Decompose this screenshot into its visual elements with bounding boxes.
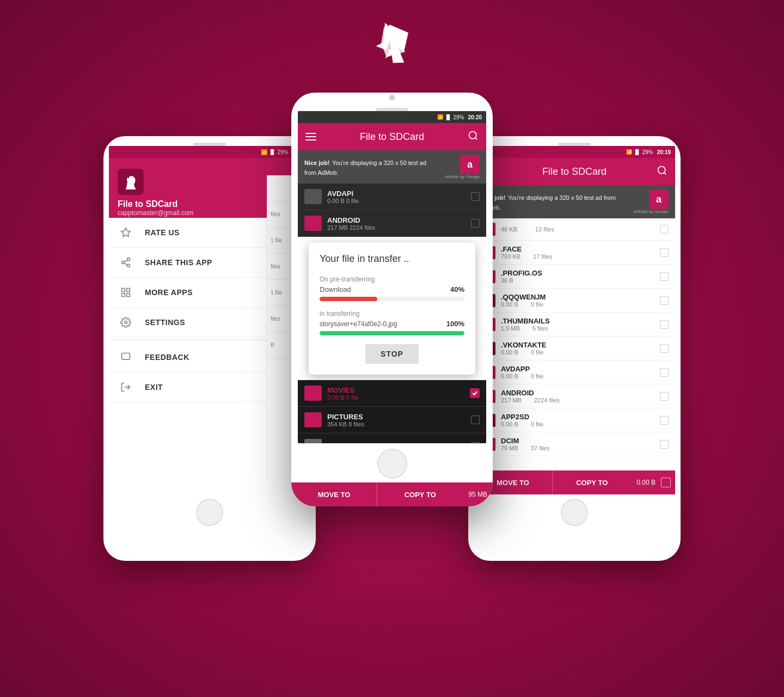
phone-camera-center — [389, 95, 395, 100]
file-item-vkontakte[interactable]: .VKONTAKTE 0.00 B 0 file — [474, 337, 675, 360]
copy-to-btn-right[interactable]: COPY TO — [553, 470, 631, 494]
file-info-avdapp: AVDAPP 0.00 B 0 file — [501, 365, 654, 380]
file-name-app2sd: APP2SD — [501, 413, 654, 421]
checkbox-profig[interactable] — [660, 272, 669, 281]
checkbox-app2sd[interactable] — [660, 416, 669, 425]
time-center: 20:20 — [468, 114, 482, 120]
file-item-0[interactable]: 48 KB 12 files — [474, 218, 675, 241]
bg-file-meta-android: 217 MB 2224 files — [327, 224, 465, 231]
playlists-checkbox — [471, 442, 480, 443]
file-item-app2sd[interactable]: APP2SD 0.00 B 0 file — [474, 408, 675, 432]
file-meta-dcim: 79 MB 37 files — [501, 445, 654, 451]
svg-line-19 — [664, 173, 666, 175]
home-button-right[interactable] — [561, 499, 588, 526]
bg-file-list-center: AVDAPI 0.00 B 0 file ANDROID 217 MB 2224… — [298, 184, 486, 237]
file-meta-profig: 36 B — [501, 277, 654, 284]
phones-wrapper: 📶 ▐▌ 29% 20:19 File to SDCard capptomast… — [93, 93, 691, 637]
playlists-name: PLAYLISTS — [327, 443, 465, 444]
movies-meta: 0.00 B 0 file — [327, 394, 464, 401]
file-item-avdapp[interactable]: AVDAPP 0.00 B 0 file — [474, 360, 675, 384]
file-size-0: 48 KB 12 files — [501, 226, 654, 233]
phone-left: 📶 ▐▌ 29% 20:19 File to SDCard capptomast… — [103, 136, 316, 561]
checkbox-face[interactable] — [660, 248, 669, 257]
file-item-face[interactable]: .FACE 793 KB 17 files — [474, 241, 675, 265]
stop-button[interactable]: STOP — [365, 344, 419, 364]
transfer-dialog: Your file in transfer .. On pre-transfer… — [309, 242, 475, 375]
wifi-icon-left: 📶 — [261, 149, 267, 155]
settings-label: SETTINGS — [145, 318, 185, 327]
file-item-profig[interactable]: .PROFIG.OS 36 B — [474, 265, 675, 289]
file-row: storysaver+e74af0e2-0.jpg 100% — [320, 320, 464, 328]
file-name-qqq: .QQQWENJM — [501, 293, 654, 301]
download-percent: 40% — [450, 285, 464, 294]
file-name-avdapp: AVDAPP — [501, 365, 654, 373]
file-info-android-right: ANDROID 217 MB 2224 files — [501, 389, 654, 403]
file-name-profig: .PROFIG.OS — [501, 269, 654, 277]
download-progress-fill — [320, 297, 377, 301]
file-item-thumbnails[interactable]: .THUMBNAILS 1.9 MB 5 files — [474, 313, 675, 337]
admob-center: Nice job! You're displaying a 320 x 50 t… — [298, 150, 486, 184]
file-name-thumbnails: .THUMBNAILS — [501, 317, 654, 325]
file-info-0: 48 KB 12 files — [501, 226, 654, 233]
screen-left: 📶 ▐▌ 29% 20:19 File to SDCard capptomast… — [109, 146, 310, 494]
bottom-checkbox-right[interactable] — [661, 478, 671, 487]
status-bar-left: 📶 ▐▌ 29% 20:19 — [109, 146, 310, 158]
pictures-meta: 354 KB 8 files — [327, 421, 465, 427]
checkbox-qqq[interactable] — [660, 296, 669, 305]
in-transfer-label: in transferring — [320, 310, 464, 317]
gear-icon — [120, 316, 132, 328]
search-icon-right[interactable] — [657, 165, 667, 178]
bottom-bar-right: MOVE TO COPY TO 0.00 B — [474, 470, 675, 494]
folder-pictures — [304, 412, 322, 427]
svg-marker-1 — [121, 228, 131, 237]
bg-file-info-avdapi: AVDAPI 0.00 B 0 file — [327, 189, 465, 204]
svg-rect-10 — [127, 294, 130, 297]
checkbox-avdapp[interactable] — [660, 368, 669, 377]
drawer-app-icon — [118, 169, 144, 195]
bg-checkbox-avdapi — [471, 192, 480, 201]
movies-name: MOVIES — [327, 386, 464, 394]
file-meta-qqq: 0.00 B 0 file — [501, 301, 654, 308]
file-meta-thumbnails: 1.9 MB 5 files — [501, 325, 654, 332]
playlists-info: PLAYLISTS — [327, 443, 465, 444]
home-button-left[interactable] — [196, 499, 223, 526]
checkbox-0[interactable] — [660, 225, 669, 234]
file-info-qqq: .QQQWENJM 0.00 B 0 file — [501, 293, 654, 308]
file-movies: MOVIES 0.00 B 0 file — [298, 380, 486, 407]
transfer-title: Your file in transfer .. — [320, 253, 464, 265]
hamburger-icon-center[interactable] — [305, 133, 316, 140]
status-icons-right: 📶 ▐▌ 29% 20:19 — [626, 149, 671, 155]
checkbox-dcim[interactable] — [660, 440, 669, 449]
svg-point-11 — [125, 321, 127, 324]
checkbox-vkontakte[interactable] — [660, 344, 669, 353]
status-bar-right: 📶 ▐▌ 29% 20:19 — [474, 146, 675, 158]
file-name-face: .FACE — [501, 245, 654, 253]
bg-file-name-android: ANDROID — [327, 216, 465, 224]
checkbox-thumbnails[interactable] — [660, 320, 669, 329]
checkbox-android-right[interactable] — [660, 392, 669, 401]
movies-checkbox — [470, 388, 480, 398]
file-list-right: 48 KB 12 files .FACE 793 KB 17 files — [474, 218, 675, 456]
battery-right: 29% — [642, 149, 653, 155]
app-title-center: File to SDCard — [316, 131, 468, 143]
app-logo — [359, 16, 425, 93]
wifi-icon-center: 📶 — [437, 114, 443, 120]
download-label: Download — [320, 285, 351, 294]
search-icon-center[interactable] — [468, 130, 479, 143]
file-item-qqq[interactable]: .QQQWENJM 0.00 B 0 file — [474, 289, 675, 313]
file-item-dcim[interactable]: DCIM 79 MB 37 files — [474, 432, 675, 456]
file-meta-avdapp: 0.00 B 0 file — [501, 373, 654, 380]
admob-right: Nice job! You're displaying a 320 x 50 t… — [474, 185, 675, 218]
more-apps-label: MORE APPS — [145, 288, 193, 297]
svg-line-17 — [475, 138, 477, 140]
share-label: SHARE THIS APP — [145, 258, 212, 267]
file-percent: 100% — [446, 320, 464, 328]
file-info-dcim: DCIM 79 MB 37 files — [501, 437, 654, 451]
file-item-android-right[interactable]: ANDROID 217 MB 2224 files — [474, 384, 675, 408]
file-progress-fill — [320, 331, 464, 335]
admob-by-right: AdMob by Google — [634, 209, 669, 214]
bg-file-info-android: ANDROID 217 MB 2224 files — [327, 216, 465, 231]
app-bar-center: File to SDCard — [298, 123, 486, 150]
admob-logo-center: a — [460, 155, 480, 174]
home-button-center[interactable] — [377, 449, 407, 479]
